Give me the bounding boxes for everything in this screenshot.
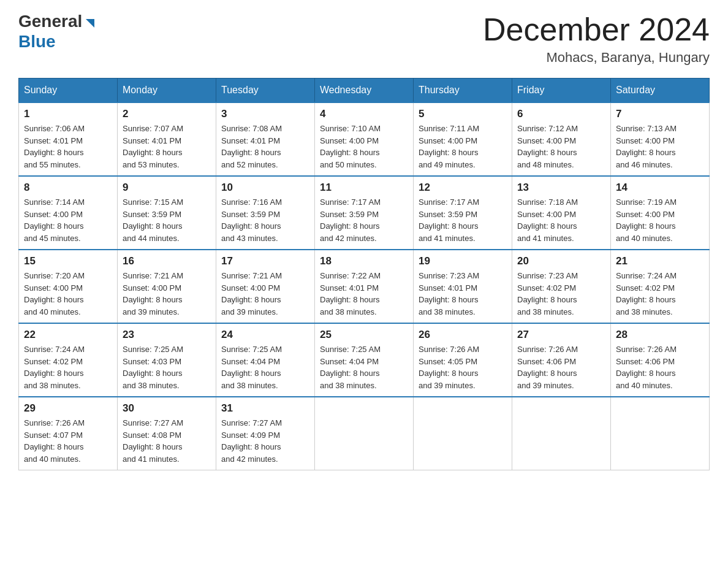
day-number: 22 [24, 329, 112, 341]
calendar-header-row: Sunday Monday Tuesday Wednesday Thursday… [19, 79, 710, 103]
day-info: Sunrise: 7:26 AMSunset: 4:06 PMDaylight:… [517, 343, 605, 391]
col-saturday: Saturday [611, 79, 710, 103]
calendar-week-row: 1Sunrise: 7:06 AMSunset: 4:01 PMDaylight… [19, 102, 710, 176]
table-row: 2Sunrise: 7:07 AMSunset: 4:01 PMDaylight… [118, 102, 216, 176]
day-info: Sunrise: 7:25 AMSunset: 4:04 PMDaylight:… [221, 343, 309, 391]
day-number: 16 [123, 255, 211, 267]
table-row: 12Sunrise: 7:17 AMSunset: 3:59 PMDayligh… [414, 176, 512, 250]
day-info: Sunrise: 7:26 AMSunset: 4:05 PMDaylight:… [419, 343, 507, 391]
calendar-week-row: 29Sunrise: 7:26 AMSunset: 4:07 PMDayligh… [19, 397, 710, 470]
table-row: 20Sunrise: 7:23 AMSunset: 4:02 PMDayligh… [512, 250, 611, 323]
col-wednesday: Wednesday [315, 79, 414, 103]
day-number: 15 [24, 255, 112, 267]
table-row: 3Sunrise: 7:08 AMSunset: 4:01 PMDaylight… [216, 102, 315, 176]
day-number: 7 [616, 108, 704, 120]
day-number: 6 [517, 108, 605, 120]
day-number: 24 [221, 329, 309, 341]
table-row: 6Sunrise: 7:12 AMSunset: 4:00 PMDaylight… [512, 102, 611, 176]
col-thursday: Thursday [414, 79, 512, 103]
day-info: Sunrise: 7:06 AMSunset: 4:01 PMDaylight:… [24, 123, 112, 170]
day-info: Sunrise: 7:22 AMSunset: 4:01 PMDaylight:… [320, 270, 408, 318]
table-row: 22Sunrise: 7:24 AMSunset: 4:02 PMDayligh… [19, 323, 118, 397]
table-row: 27Sunrise: 7:26 AMSunset: 4:06 PMDayligh… [512, 323, 611, 397]
location-title: Mohacs, Baranya, Hungary [483, 50, 710, 66]
col-monday: Monday [118, 79, 216, 103]
day-number: 2 [123, 108, 211, 120]
day-number: 5 [419, 108, 507, 120]
col-sunday: Sunday [19, 79, 118, 103]
day-info: Sunrise: 7:24 AMSunset: 4:02 PMDaylight:… [616, 270, 704, 318]
day-info: Sunrise: 7:12 AMSunset: 4:00 PMDaylight:… [517, 123, 605, 170]
day-number: 11 [320, 182, 408, 194]
day-number: 28 [616, 329, 704, 341]
day-number: 20 [517, 255, 605, 267]
table-row [611, 397, 710, 470]
day-info: Sunrise: 7:27 AMSunset: 4:08 PMDaylight:… [123, 417, 211, 465]
month-title: December 2024 [483, 12, 710, 47]
table-row: 30Sunrise: 7:27 AMSunset: 4:08 PMDayligh… [118, 397, 216, 470]
day-number: 26 [419, 329, 507, 341]
calendar-table: Sunday Monday Tuesday Wednesday Thursday… [18, 78, 710, 470]
table-row: 17Sunrise: 7:21 AMSunset: 4:00 PMDayligh… [216, 250, 315, 323]
col-tuesday: Tuesday [216, 79, 315, 103]
table-row: 29Sunrise: 7:26 AMSunset: 4:07 PMDayligh… [19, 397, 118, 470]
day-info: Sunrise: 7:17 AMSunset: 3:59 PMDaylight:… [419, 196, 507, 244]
calendar-week-row: 22Sunrise: 7:24 AMSunset: 4:02 PMDayligh… [19, 323, 710, 397]
table-row: 8Sunrise: 7:14 AMSunset: 4:00 PMDaylight… [19, 176, 118, 250]
table-row: 15Sunrise: 7:20 AMSunset: 4:00 PMDayligh… [19, 250, 118, 323]
day-info: Sunrise: 7:19 AMSunset: 4:00 PMDaylight:… [616, 196, 704, 244]
table-row: 13Sunrise: 7:18 AMSunset: 4:00 PMDayligh… [512, 176, 611, 250]
day-number: 1 [24, 108, 112, 120]
day-info: Sunrise: 7:26 AMSunset: 4:06 PMDaylight:… [616, 343, 704, 391]
day-number: 29 [24, 402, 112, 415]
day-number: 13 [517, 182, 605, 194]
day-number: 25 [320, 329, 408, 341]
day-info: Sunrise: 7:17 AMSunset: 3:59 PMDaylight:… [320, 196, 408, 244]
day-number: 4 [320, 108, 408, 120]
table-row: 16Sunrise: 7:21 AMSunset: 4:00 PMDayligh… [118, 250, 216, 323]
logo-general-text: General [18, 12, 82, 31]
day-info: Sunrise: 7:16 AMSunset: 3:59 PMDaylight:… [221, 196, 309, 244]
calendar-week-row: 8Sunrise: 7:14 AMSunset: 4:00 PMDaylight… [19, 176, 710, 250]
day-number: 8 [24, 182, 112, 194]
logo: General Blue [18, 12, 97, 51]
table-row: 28Sunrise: 7:26 AMSunset: 4:06 PMDayligh… [611, 323, 710, 397]
day-info: Sunrise: 7:25 AMSunset: 4:03 PMDaylight:… [123, 343, 211, 391]
day-info: Sunrise: 7:25 AMSunset: 4:04 PMDaylight:… [320, 343, 408, 391]
day-number: 23 [123, 329, 211, 341]
day-number: 14 [616, 182, 704, 194]
day-number: 17 [221, 255, 309, 267]
title-block: December 2024 Mohacs, Baranya, Hungary [483, 12, 710, 66]
day-info: Sunrise: 7:10 AMSunset: 4:00 PMDaylight:… [320, 123, 408, 170]
day-number: 19 [419, 255, 507, 267]
table-row: 9Sunrise: 7:15 AMSunset: 3:59 PMDaylight… [118, 176, 216, 250]
day-number: 3 [221, 108, 309, 120]
logo-blue-text: Blue [18, 32, 56, 51]
table-row [315, 397, 414, 470]
day-number: 31 [221, 402, 309, 415]
table-row: 4Sunrise: 7:10 AMSunset: 4:00 PMDaylight… [315, 102, 414, 176]
table-row: 18Sunrise: 7:22 AMSunset: 4:01 PMDayligh… [315, 250, 414, 323]
calendar-week-row: 15Sunrise: 7:20 AMSunset: 4:00 PMDayligh… [19, 250, 710, 323]
table-row: 11Sunrise: 7:17 AMSunset: 3:59 PMDayligh… [315, 176, 414, 250]
table-row: 7Sunrise: 7:13 AMSunset: 4:00 PMDaylight… [611, 102, 710, 176]
day-info: Sunrise: 7:27 AMSunset: 4:09 PMDaylight:… [221, 417, 309, 465]
day-info: Sunrise: 7:23 AMSunset: 4:02 PMDaylight:… [517, 270, 605, 318]
table-row: 1Sunrise: 7:06 AMSunset: 4:01 PMDaylight… [19, 102, 118, 176]
day-info: Sunrise: 7:20 AMSunset: 4:00 PMDaylight:… [24, 270, 112, 318]
day-info: Sunrise: 7:13 AMSunset: 4:00 PMDaylight:… [616, 123, 704, 170]
day-number: 30 [123, 402, 211, 415]
day-info: Sunrise: 7:14 AMSunset: 4:00 PMDaylight:… [24, 196, 112, 244]
day-number: 9 [123, 182, 211, 194]
svg-marker-0 [86, 19, 94, 28]
day-info: Sunrise: 7:18 AMSunset: 4:00 PMDaylight:… [517, 196, 605, 244]
table-row: 14Sunrise: 7:19 AMSunset: 4:00 PMDayligh… [611, 176, 710, 250]
day-number: 18 [320, 255, 408, 267]
day-info: Sunrise: 7:24 AMSunset: 4:02 PMDaylight:… [24, 343, 112, 391]
table-row: 10Sunrise: 7:16 AMSunset: 3:59 PMDayligh… [216, 176, 315, 250]
day-info: Sunrise: 7:11 AMSunset: 4:00 PMDaylight:… [419, 123, 507, 170]
table-row [512, 397, 611, 470]
day-number: 27 [517, 329, 605, 341]
table-row: 23Sunrise: 7:25 AMSunset: 4:03 PMDayligh… [118, 323, 216, 397]
table-row: 24Sunrise: 7:25 AMSunset: 4:04 PMDayligh… [216, 323, 315, 397]
